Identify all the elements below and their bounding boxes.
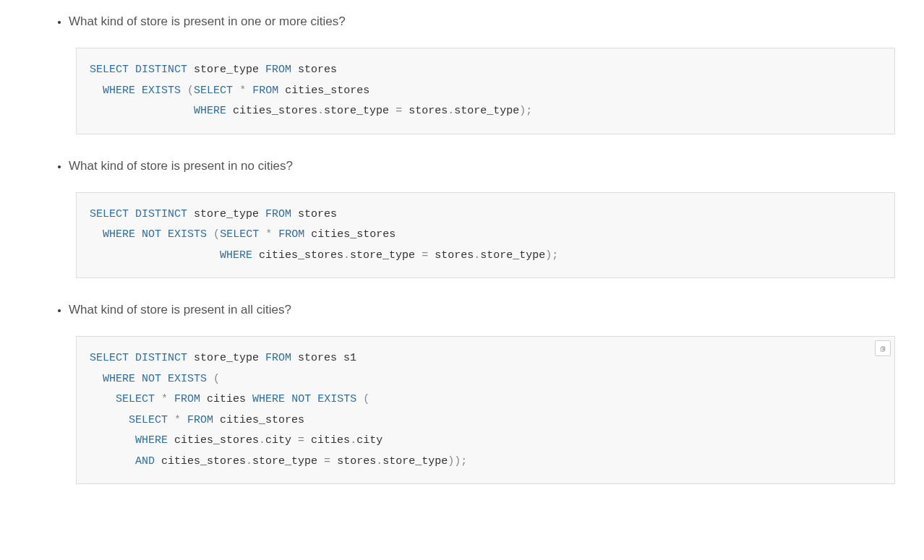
question-text: What kind of store is present in one or … (69, 14, 895, 29)
list-item: What kind of store is present in all cit… (69, 303, 895, 484)
list-item: What kind of store is present in no citi… (69, 159, 895, 279)
question-list: What kind of store is present in one or … (29, 14, 895, 484)
sql-code[interactable]: SELECT DISTINCT store_type FROM stores W… (76, 192, 895, 279)
code-block: SELECT DISTINCT store_type FROM stores W… (76, 48, 895, 134)
question-text: What kind of store is present in no citi… (69, 159, 895, 173)
list-item: What kind of store is present in one or … (69, 14, 895, 134)
question-text: What kind of store is present in all cit… (69, 303, 895, 317)
code-block: SELECT DISTINCT store_type FROM stores s… (76, 336, 895, 484)
code-block: SELECT DISTINCT store_type FROM stores W… (76, 192, 895, 279)
sql-code[interactable]: SELECT DISTINCT store_type FROM stores W… (76, 48, 895, 134)
clipboard-icon (880, 344, 886, 353)
copy-button[interactable] (875, 340, 891, 356)
sql-code[interactable]: SELECT DISTINCT store_type FROM stores s… (76, 336, 895, 484)
